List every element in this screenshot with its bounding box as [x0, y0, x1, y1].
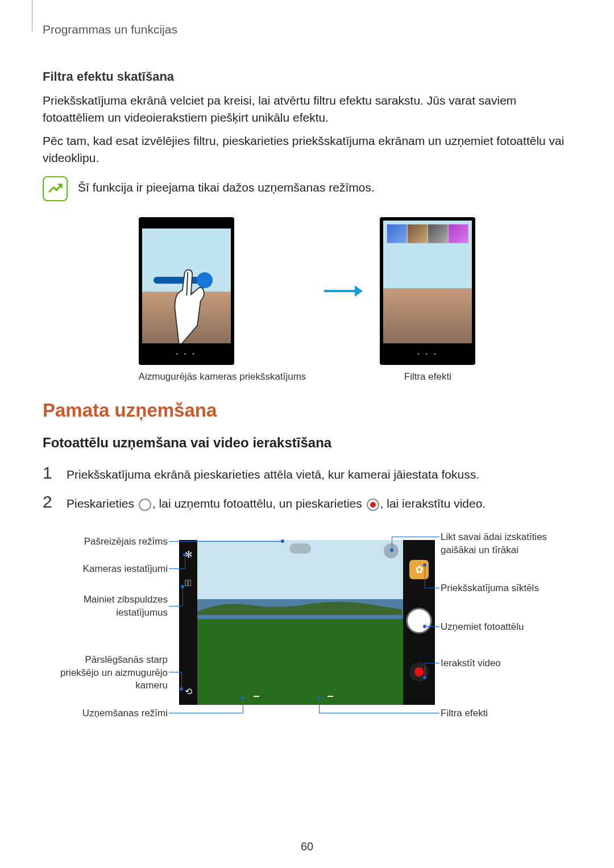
note-icon — [43, 176, 68, 201]
figure-caption-left: Aizmugurējās kameras priekšskatījums — [139, 371, 306, 384]
annotation-preview-thumb: Priekšskatījuma sīktēls — [441, 582, 560, 595]
gallery-thumbnail-icon: ✿ — [409, 560, 429, 579]
step-2-text-c: , lai ierakstītu video. — [380, 497, 486, 510]
step-1-number: 1 — [43, 464, 56, 481]
shutter-button-icon — [406, 608, 432, 634]
page-content: Programmas un funkcijas Filtra efektu sk… — [0, 0, 614, 757]
camera-screenshot: ✻ ⚡⃠ ⟲ ✿ — [179, 540, 435, 705]
step-1-text: Priekšskatījuma ekrānā pieskarieties att… — [67, 466, 479, 483]
switch-camera-icon: ⟲ — [185, 686, 192, 697]
camera-bottom-strip — [215, 693, 371, 705]
annotation-flash: Mainiet zibspuldzes iestatījumus — [54, 593, 168, 620]
camera-viewport — [197, 540, 403, 705]
basic-heading: Pamata uzņemšana — [43, 400, 571, 421]
annotation-shooting-modes: Uzņemšanas režīmi — [54, 707, 168, 720]
annotation-switch-camera: Pārslēgšanās starp priekšējo un aizmugur… — [54, 654, 168, 693]
note-text: Šī funkcija ir pieejama tikai dažos uzņe… — [78, 176, 375, 194]
figure-filter-result: • • • Filtra efekti — [380, 217, 475, 384]
annotation-record-video: Ierakstīt video — [441, 657, 560, 670]
filter-paragraph-2: Pēc tam, kad esat izvēlējies filtru, pie… — [43, 132, 571, 167]
filter-figure-row: • • • Aizmugurējās kameras priekšskatīju… — [43, 217, 571, 384]
annotation-settings: Kameras iestatījumi — [54, 563, 168, 576]
step-2-text: Pieskarieties , lai uzņemtu fotoattēlu, … — [67, 495, 486, 512]
annotated-camera-figure: ✻ ⚡⃠ ⟲ ✿ Pašreizējais — [43, 524, 571, 740]
step-1: 1 Priekšskatījuma ekrānā pieskarieties a… — [43, 464, 571, 483]
figure-caption-right: Filtra efekti — [380, 371, 475, 384]
annotation-filter-effects: Filtra efekti — [441, 707, 560, 720]
phone-mock-right: • • • — [380, 217, 475, 365]
shutter-icon — [139, 499, 151, 511]
filter-paragraph-1: Priekšskatījuma ekrānā velciet pa kreisi… — [43, 92, 571, 127]
phone-mock-left: • • • — [139, 217, 234, 365]
arrow-icon — [323, 217, 363, 365]
basic-subheading: Fotoattēlu uzņemšana vai video ierakstīš… — [43, 435, 571, 451]
annotation-take-photo: Uzņemiet fotoattēlu — [441, 621, 560, 634]
figure-swipe-preview: • • • Aizmugurējās kameras priekšskatīju… — [139, 217, 306, 384]
annotation-beauty: Likt savai ādai izskatīties gaišākai un … — [441, 531, 560, 557]
note-row: Šī funkcija ir pieejama tikai dažos uzņe… — [43, 176, 571, 201]
filter-heading: Filtra efektu skatīšana — [43, 69, 571, 84]
mode-pill — [289, 543, 311, 554]
filter-thumbnails — [387, 224, 468, 243]
svg-marker-1 — [355, 285, 363, 297]
camera-right-strip: ✿ — [403, 540, 435, 705]
record-icon — [367, 499, 379, 511]
flash-icon: ⚡⃠ — [185, 578, 192, 588]
step-2-text-b: , lai uzņemtu fotoattēlu, un pieskarieti… — [152, 497, 366, 510]
breadcrumb: Programmas un funkcijas — [43, 23, 571, 36]
annotation-mode: Pašreizējais režīms — [54, 535, 168, 549]
page-number: 60 — [0, 840, 614, 853]
step-2: 2 Pieskarieties , lai uzņemtu fotoattēlu… — [43, 493, 571, 512]
step-2-text-a: Pieskarieties — [67, 497, 138, 510]
step-2-number: 2 — [43, 493, 56, 510]
